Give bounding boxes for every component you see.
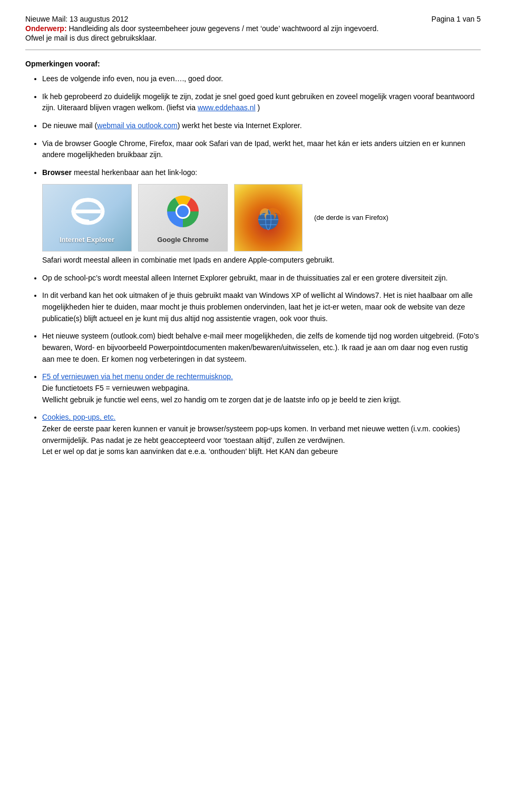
bullet8-text: Het nieuwe systeem (outlook.com) biedt b… [42, 332, 479, 363]
chrome-logo-label: Google Chrome [157, 235, 209, 245]
safari-text: Safari wordt meestal alleen in combinati… [42, 256, 334, 264]
list-item: Lees de volgende info even, nou ja even…… [42, 73, 481, 85]
subject-line: Onderwerp: Handleiding als door systeemb… [25, 24, 481, 33]
header-title: Nieuwe Mail: 13 augustus 2012 [25, 15, 128, 23]
list-item: Via de browser Google Chrome, Firefox, m… [42, 138, 481, 161]
bullet2-text: Ik heb geprobeerd zo duidelijk mogelijk … [42, 92, 474, 112]
subject-subtitle: Ofwel je mail is dus direct gebruiksklaa… [25, 34, 481, 42]
subject-label: Onderwerp: [25, 24, 67, 33]
list-item: De nieuwe mail (webmail via outlook.com)… [42, 120, 481, 132]
ie-logo-box: Internet Explorer [42, 184, 132, 252]
firefox-logo-box [234, 184, 303, 252]
page-header: Nieuwe Mail: 13 augustus 2012 Pagina 1 v… [25, 15, 481, 23]
chrome-icon [162, 190, 204, 233]
firefox-icon [250, 199, 287, 236]
bullet7-text: In dit verband kan het ook uitmaken of j… [42, 291, 473, 322]
list-item: In dit verband kan het ook uitmaken of j… [42, 290, 481, 324]
divider [25, 50, 481, 50]
firefox-logo-image [234, 184, 303, 252]
ie-logo-label: Internet Explorer [60, 235, 114, 245]
bullet4-text: Via de browser Google Chrome, Firefox, m… [42, 139, 465, 159]
list-item: F5 of vernieuwen via het menu onder de r… [42, 371, 481, 405]
firefox-caption: (de derde is van Firefox) [314, 212, 388, 223]
bullet3-text: De nieuwe mail (webmail via outlook.com)… [42, 121, 302, 130]
bullet6-text: Op de school-pc’s wordt meestal alleen I… [42, 274, 447, 282]
eddehaas-link[interactable]: www.eddehaas.nl [198, 103, 256, 112]
list-item: Het nieuwe systeem (outlook.com) biedt b… [42, 331, 481, 365]
list-item: Ik heb geprobeerd zo duidelijk mogelijk … [42, 91, 481, 114]
bullet10-content: Cookies, pop-ups, etc. Zeker de eerste p… [42, 412, 481, 458]
bullet10-text: Zeker de eerste paar keren kunnen er van… [42, 424, 460, 456]
chrome-logo-box: Google Chrome [138, 184, 228, 252]
section-heading-opmerkingen: Opmerkingen vooraf: [25, 60, 481, 68]
list-item: Op de school-pc’s wordt meestal alleen I… [42, 273, 481, 284]
ie-icon [66, 190, 108, 233]
svg-point-5 [177, 206, 189, 217]
bullet9-content: F5 of vernieuwen via het menu onder de r… [42, 371, 481, 405]
bullet9-text: Die functietoets F5 = vernieuwen webpagi… [42, 384, 401, 404]
f5-link[interactable]: F5 of vernieuwen via het menu onder de r… [42, 372, 233, 381]
page-number: Pagina 1 van 5 [432, 15, 481, 23]
browser-logos-container: Internet Explorer [42, 184, 481, 252]
chrome-logo-image: Google Chrome [138, 184, 228, 252]
bullet1-text: Lees de volgende info even, nou ja even…… [42, 74, 223, 83]
list-item: Cookies, pop-ups, etc. Zeker de eerste p… [42, 412, 481, 458]
bullet5-text: Browser meestal herkenbaar aan het link-… [42, 168, 197, 177]
ie-logo-image: Internet Explorer [42, 184, 132, 252]
subject-text: Handleiding als door systeembeheer jouw … [69, 24, 378, 33]
cookies-link[interactable]: Cookies, pop-ups, etc. [42, 413, 115, 421]
list-item-browser: Browser meestal herkenbaar aan het link-… [42, 167, 481, 266]
outlook-webmail-link[interactable]: webmail via outlook.com [97, 121, 178, 130]
main-bullet-list: Lees de volgende info even, nou ja even…… [25, 73, 481, 458]
